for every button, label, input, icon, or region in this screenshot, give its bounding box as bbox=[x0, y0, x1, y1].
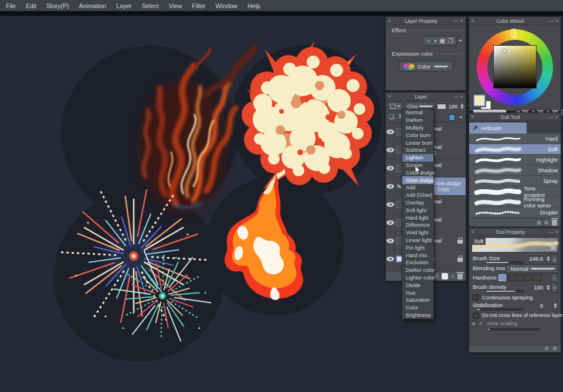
chevron-down-icon[interactable] bbox=[459, 40, 462, 43]
menu-item[interactable]: Select bbox=[142, 2, 159, 9]
hardness-preset-1[interactable] bbox=[498, 274, 506, 281]
blend-mode-option[interactable]: Hard mix bbox=[402, 251, 433, 259]
brush-item[interactable]: Soft bbox=[469, 144, 561, 155]
opacity-value[interactable]: 100 bbox=[449, 104, 457, 110]
halftone-effect-icon[interactable]: ▦ bbox=[440, 38, 445, 44]
hardness-preset-2[interactable] bbox=[507, 274, 515, 281]
brush-item[interactable]: Highlight bbox=[469, 155, 561, 165]
lock-icon[interactable] bbox=[551, 246, 556, 250]
stabilization-slider[interactable] bbox=[476, 308, 524, 311]
minimize-button[interactable]: ― bbox=[453, 94, 458, 99]
blend-mode-option[interactable]: Lighter color bbox=[402, 274, 433, 282]
blend-mode-option[interactable]: Difference bbox=[402, 221, 433, 229]
visibility-cell[interactable] bbox=[386, 250, 395, 268]
minimize-button[interactable]: ― bbox=[453, 18, 458, 23]
hue-marker[interactable] bbox=[511, 29, 516, 38]
check-icon[interactable]: ✓ bbox=[479, 320, 484, 326]
visibility-cell[interactable] bbox=[386, 196, 395, 213]
menu-item[interactable]: Filter bbox=[192, 2, 205, 9]
brush-density-stepper[interactable] bbox=[547, 285, 550, 290]
blend-mode-option[interactable]: Subtract bbox=[402, 146, 433, 154]
clip-to-layer-below-icon[interactable]: ❏ bbox=[389, 114, 394, 120]
blend-mode-option[interactable]: Linear burn bbox=[402, 139, 433, 146]
visibility-cell[interactable] bbox=[386, 232, 395, 250]
chevron-down-icon[interactable] bbox=[459, 117, 463, 120]
menu-item[interactable]: View bbox=[169, 2, 182, 9]
opacity-stepper[interactable] bbox=[460, 104, 464, 109]
advanced-settings-icon[interactable]: ⚙ bbox=[552, 346, 557, 352]
menu-item[interactable]: Help bbox=[247, 2, 260, 9]
no-cross-reference-checkbox[interactable] bbox=[473, 312, 479, 319]
palette-color-dropdown[interactable] bbox=[388, 102, 403, 111]
blend-mode-option[interactable]: Exclusion bbox=[402, 259, 433, 267]
sv-marker[interactable] bbox=[502, 49, 507, 53]
pen-pressure-button[interactable]: △ bbox=[551, 254, 558, 264]
stabilization-value[interactable]: 0 bbox=[540, 302, 543, 309]
brush-density-value[interactable]: 100 bbox=[534, 284, 543, 291]
menu-item[interactable]: Story(P) bbox=[46, 2, 69, 9]
blend-mode-option[interactable]: Darker color bbox=[402, 267, 433, 274]
brush-item[interactable]: Shadow bbox=[469, 165, 561, 176]
blend-mode-option[interactable]: Hue bbox=[402, 289, 433, 296]
blend-mode-option[interactable]: Divide bbox=[402, 281, 433, 289]
blend-mode-option[interactable]: Hard light bbox=[402, 214, 433, 221]
blend-mode-option[interactable]: Lighten bbox=[402, 154, 433, 162]
expression-color-dropdown[interactable]: Color bbox=[399, 61, 453, 71]
expand-setting-button[interactable]: + bbox=[470, 321, 477, 327]
blend-mode-option[interactable]: Add (Glow) bbox=[402, 192, 433, 199]
duplicate-sub-tool-icon[interactable]: ⧉ bbox=[545, 220, 548, 226]
menu-item[interactable]: Layer bbox=[116, 2, 131, 9]
add-sub-tool-icon[interactable]: ⊞ bbox=[537, 220, 541, 226]
blend-mode-option[interactable]: Overlay bbox=[402, 199, 433, 207]
close-button[interactable]: × bbox=[460, 94, 463, 99]
delete-layer-button[interactable] bbox=[457, 274, 463, 279]
visibility-cell[interactable] bbox=[386, 214, 395, 231]
merge-layer-icon[interactable]: ⧉ bbox=[435, 274, 439, 279]
blending-mode-dropdown[interactable]: Normal bbox=[506, 264, 558, 273]
density-pressure-button[interactable]: » bbox=[551, 283, 558, 292]
opacity-slider[interactable] bbox=[437, 104, 446, 110]
delete-sub-tool-icon[interactable] bbox=[552, 220, 557, 226]
blend-mode-option[interactable]: Vivid light bbox=[402, 229, 433, 237]
minimize-button[interactable]: ― bbox=[548, 18, 553, 23]
close-button[interactable]: × bbox=[555, 18, 558, 23]
minimize-button[interactable]: ― bbox=[548, 229, 553, 234]
border-effect-icon[interactable]: ○ bbox=[426, 38, 430, 44]
hardness-preset-4[interactable] bbox=[525, 274, 533, 281]
reset-settings-icon[interactable]: ↺ bbox=[544, 346, 548, 352]
blend-mode-option[interactable]: Brightness bbox=[402, 312, 433, 319]
new-folder-icon[interactable]: ⧈ bbox=[451, 274, 455, 279]
tone-effect-icon[interactable]: ◑ bbox=[433, 38, 437, 44]
blend-mode-option[interactable]: Multiply bbox=[402, 124, 433, 132]
continuous-spraying-checkbox[interactable] bbox=[473, 294, 479, 301]
brush-size-value[interactable]: 248.6 bbox=[529, 255, 543, 262]
brush-size-slider[interactable] bbox=[486, 261, 524, 264]
hardness-expand-button[interactable]: › bbox=[551, 274, 558, 282]
menu-item[interactable]: Animation bbox=[79, 2, 107, 9]
layer-color-icon[interactable] bbox=[449, 114, 455, 121]
blend-mode-option[interactable]: Soft light bbox=[402, 206, 433, 214]
blend-mode-option[interactable]: Glow dodge bbox=[402, 176, 433, 184]
blend-mode-option[interactable]: Normal bbox=[402, 109, 433, 117]
menu-item[interactable]: Edit bbox=[26, 2, 36, 9]
blend-mode-option[interactable]: Add bbox=[402, 184, 433, 192]
close-button[interactable]: × bbox=[460, 18, 463, 23]
blend-mode-option[interactable]: Color burn bbox=[402, 131, 433, 139]
saturation-value-box[interactable] bbox=[493, 45, 537, 88]
menu-item[interactable]: File bbox=[6, 2, 16, 9]
blend-mode-option[interactable]: Darken bbox=[402, 117, 433, 124]
brush-item[interactable]: Droplet bbox=[469, 207, 561, 218]
hardness-preset-3[interactable] bbox=[516, 274, 524, 281]
blend-mode-option[interactable]: Color bbox=[402, 304, 433, 312]
hardness-preset-5[interactable] bbox=[534, 274, 541, 281]
visibility-cell[interactable] bbox=[386, 159, 395, 177]
blend-mode-option[interactable]: Pin light bbox=[402, 244, 433, 251]
tab-airbrush[interactable]: Airbrush bbox=[469, 122, 527, 134]
brush-item[interactable]: Hard bbox=[469, 134, 561, 144]
close-button[interactable]: × bbox=[555, 114, 558, 120]
minimize-button[interactable]: ― bbox=[548, 114, 553, 120]
menu-item[interactable]: Window bbox=[216, 2, 238, 9]
visibility-cell[interactable] bbox=[386, 178, 395, 195]
layer-reflect-icon[interactable]: ❐ bbox=[448, 38, 453, 44]
blend-mode-option[interactable]: Linear light bbox=[402, 237, 433, 244]
